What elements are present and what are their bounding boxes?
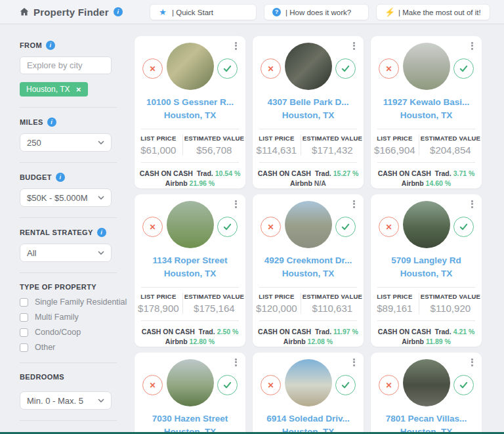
- home-icon[interactable]: [20, 7, 29, 16]
- budget-select[interactable]: $50K - $5.000M: [20, 188, 112, 207]
- trad-value: 15.27 %: [333, 169, 359, 177]
- star-icon: ★: [158, 8, 167, 16]
- property-photo[interactable]: [285, 43, 332, 90]
- chevron-down-icon: [98, 141, 104, 144]
- property-address-link[interactable]: 7801 Pecan Villas...: [371, 412, 482, 425]
- reject-property-button[interactable]: ✕: [261, 58, 281, 79]
- rental-strategy-select[interactable]: All: [20, 244, 112, 262]
- divider: [377, 287, 475, 288]
- property-type-checkbox-row[interactable]: Single Family Residential: [20, 297, 131, 307]
- property-photo[interactable]: [167, 201, 214, 248]
- type-of-property-options: Single Family ResidentialMulti FamilyCon…: [20, 297, 131, 352]
- accept-property-button[interactable]: [453, 58, 474, 79]
- title-info-icon[interactable]: i: [114, 7, 123, 16]
- estimated-value-value: $171,432: [303, 144, 362, 156]
- reject-property-button[interactable]: ✕: [379, 375, 399, 395]
- checkbox[interactable]: [20, 328, 28, 337]
- card-menu-icon[interactable]: [232, 199, 240, 209]
- card-menu-icon[interactable]: [468, 41, 476, 51]
- rental-strategy-info-icon[interactable]: i: [97, 228, 106, 237]
- quick-start-button[interactable]: ★ | Quick Start: [150, 4, 257, 20]
- accept-property-button[interactable]: [217, 217, 238, 237]
- accept-property-button[interactable]: [217, 58, 238, 79]
- property-address-link[interactable]: 4307 Belle Park D...: [253, 96, 364, 109]
- property-photo[interactable]: [403, 201, 450, 248]
- property-address-link[interactable]: 7030 Hazen Street: [135, 412, 245, 425]
- type-of-property-label: TYPE OF PROPERTY: [20, 283, 131, 291]
- property-city-link[interactable]: Houston, TX: [135, 267, 245, 280]
- how-does-it-work-button[interactable]: ? | How does it work?: [264, 4, 369, 20]
- property-type-checkbox-row[interactable]: Multi Family: [20, 313, 131, 322]
- property-city-link[interactable]: Houston, TX: [135, 109, 245, 122]
- airbnb-value: 21.96 %: [190, 179, 215, 187]
- divider: [377, 320, 475, 321]
- cash-on-cash-label: CASH ON CASH: [378, 328, 431, 336]
- property-photo[interactable]: [285, 201, 332, 248]
- card-menu-icon[interactable]: [350, 357, 358, 367]
- accept-property-button[interactable]: [335, 375, 356, 395]
- property-city-link[interactable]: Houston, TX: [253, 267, 364, 280]
- checkbox-label: Single Family Residential: [35, 297, 127, 307]
- reject-property-button[interactable]: ✕: [142, 58, 163, 79]
- property-photo[interactable]: [285, 359, 332, 406]
- remove-city-icon[interactable]: ✕: [75, 86, 81, 93]
- property-card: ✕ 4929 Creekmont Dr... Houston, TX LIST …: [253, 194, 364, 347]
- property-address-link[interactable]: 4929 Creekmont Dr...: [253, 254, 364, 267]
- property-city-link[interactable]: Houston, TX: [371, 109, 482, 122]
- property-photo[interactable]: [167, 43, 214, 90]
- price-table: LIST PRICE $114,631 ESTIMATED VALUE $171…: [253, 135, 364, 156]
- property-address-link[interactable]: 6914 Soledad Driv...: [253, 412, 364, 425]
- reject-property-button[interactable]: ✕: [142, 217, 163, 237]
- checkbox[interactable]: [20, 313, 28, 322]
- card-menu-icon[interactable]: [232, 357, 240, 367]
- card-menu-icon[interactable]: [350, 41, 358, 51]
- budget-info-icon[interactable]: i: [56, 173, 65, 182]
- divider: [141, 129, 239, 129]
- property-city-link[interactable]: Houston, TX: [371, 267, 482, 280]
- property-photo[interactable]: [167, 359, 214, 406]
- divider: [141, 162, 239, 163]
- property-address-link[interactable]: 5709 Langley Rd: [371, 254, 482, 267]
- card-menu-icon[interactable]: [468, 357, 476, 367]
- property-type-checkbox-row[interactable]: Other: [20, 343, 131, 352]
- reject-property-button[interactable]: ✕: [261, 217, 281, 237]
- accept-property-button[interactable]: [453, 375, 474, 395]
- checkbox[interactable]: [20, 343, 28, 352]
- accept-property-button[interactable]: [453, 217, 474, 237]
- property-address-link[interactable]: 11927 Kewalo Basi...: [371, 96, 482, 109]
- bedrooms-select[interactable]: Min. 0 - Max. 5: [20, 391, 112, 410]
- trad-value: 2.50 %: [217, 328, 239, 336]
- property-type-checkbox-row[interactable]: Condo/Coop: [20, 328, 131, 337]
- divider: [259, 320, 357, 321]
- miles-select[interactable]: 250: [20, 133, 112, 152]
- budget-value: $50K - $5.000M: [27, 193, 88, 203]
- checkbox[interactable]: [20, 298, 28, 307]
- card-menu-icon[interactable]: [232, 41, 240, 51]
- card-menu-icon[interactable]: [468, 199, 476, 209]
- property-photo[interactable]: [403, 43, 450, 90]
- trad-label: Trad.: [435, 169, 452, 177]
- miles-info-icon[interactable]: i: [47, 118, 56, 127]
- city-tag[interactable]: Houston, TX ✕: [20, 82, 88, 97]
- property-city-link[interactable]: Houston, TX: [253, 109, 364, 122]
- property-address-link[interactable]: 10100 S Gessner R...: [135, 96, 245, 109]
- property-photo[interactable]: [403, 359, 450, 406]
- card-menu-icon[interactable]: [350, 199, 358, 209]
- property-address-link[interactable]: 1134 Roper Street: [135, 254, 245, 267]
- explore-by-city-input[interactable]: Explore by city: [20, 56, 112, 74]
- accept-property-button[interactable]: [335, 58, 356, 79]
- accept-property-button[interactable]: [217, 375, 238, 395]
- from-info-icon[interactable]: i: [46, 41, 55, 50]
- list-price-value: $89,161: [372, 303, 417, 314]
- reject-property-button[interactable]: ✕: [142, 375, 163, 395]
- cash-on-cash-section: CASH ON CASH Trad. 10.54 % Airbnb 21.96 …: [135, 169, 245, 188]
- cash-on-cash-label: CASH ON CASH: [258, 169, 311, 177]
- cash-on-cash-label: CASH ON CASH: [142, 328, 195, 336]
- make-the-most-button[interactable]: ⚡ | Make the most out of it!: [376, 4, 490, 20]
- reject-property-button[interactable]: ✕: [261, 375, 281, 395]
- accept-property-button[interactable]: [335, 217, 356, 237]
- reject-property-button[interactable]: ✕: [379, 58, 399, 79]
- divider: [377, 162, 475, 163]
- reject-property-button[interactable]: ✕: [379, 217, 399, 237]
- price-table: LIST PRICE $120,000 ESTIMATED VALUE $110…: [253, 293, 364, 314]
